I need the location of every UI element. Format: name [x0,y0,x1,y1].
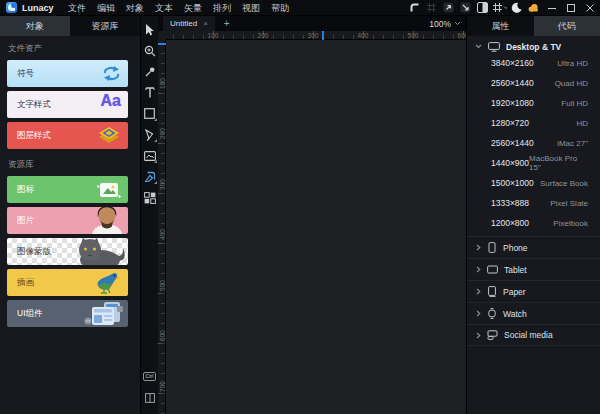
chevron-right-icon [476,266,481,273]
close-tab-icon[interactable]: × [203,19,208,28]
asset-card-photos[interactable]: 图片 [7,207,128,234]
section-phone[interactable]: Phone [467,236,600,258]
man-photo [84,207,128,234]
assets-panel: 文件资产 符号 文字样式 Aa 图层样式 [0,36,140,414]
file-assets-title: 文件资产 [8,43,140,55]
document-tabbar: Untitled × + 100% [158,16,466,31]
components-tool[interactable] [141,187,159,208]
h-ruler-label: 100 [204,31,222,40]
preset-row[interactable]: 3840×2160 Ultra HD [467,53,600,73]
asset-card-symbols[interactable]: 符号 [7,60,128,87]
zoom-to-fit-icon[interactable] [441,1,456,15]
document-tab[interactable]: Untitled × [163,16,215,31]
properties-panel: Desktop & TV 3840×2160 Ultra HD 2560×144… [466,36,600,414]
cloud-sync-icon[interactable] [526,1,541,15]
preset-row[interactable]: 2560×1440 iMac 27" [467,133,600,153]
image-placeholder-icon [97,181,121,203]
horizontal-ruler[interactable]: 100 200 300 400 500 600 [166,31,466,40]
pen-tool[interactable] [141,124,159,145]
ruler-corner [158,31,166,40]
dark-theme-moon-icon[interactable] [509,1,524,15]
preset-row[interactable]: 1280×720 HD [467,113,600,133]
preset-row[interactable]: 2560×1440 Quad HD [467,73,600,93]
image-tool[interactable] [141,145,159,166]
menu-edit[interactable]: 编辑 [92,0,121,16]
ruler-cursor-marker [322,31,324,40]
menu-help[interactable]: 帮助 [266,0,295,16]
canvas[interactable] [166,40,466,414]
chevron-right-icon [476,288,481,295]
chevron-right-icon [476,244,481,251]
ruler-cursor-marker [158,43,166,45]
tab-assets[interactable]: 资源库 [70,16,140,36]
preset-row[interactable]: 1920×1080 Full HD [467,93,600,113]
menubar: Lunacy 文件 编辑 对象 文本 矢量 排列 视图 帮助 [0,0,600,16]
left-panel-tabs: 对象 资源库 [0,16,140,36]
zoom-to-selection-icon[interactable] [458,1,473,15]
text-tool[interactable] [141,82,159,103]
new-tab-button[interactable]: + [224,16,230,31]
minimize-button[interactable] [543,1,560,15]
sync-arrows-icon [101,65,122,87]
h-ruler-label: 400 [354,31,372,40]
eyedropper-tool[interactable] [141,61,159,82]
vertical-ruler[interactable]: 100 200 300 400 500 600 700 [158,40,166,414]
rectangle-tool[interactable] [141,103,159,124]
asset-card-ui-kits[interactable]: UI组件 [7,300,128,327]
section-social-media[interactable]: Social media [467,324,600,346]
zoom-tool[interactable] [141,40,159,61]
section-paper[interactable]: Paper [467,280,600,302]
asset-card-layer-styles[interactable]: 图层样式 [7,122,128,149]
zoom-level-value: 100% [429,19,451,29]
contrast-view-icon[interactable] [475,1,490,15]
tab-objects[interactable]: 对象 [0,16,70,36]
zoom-level-control[interactable]: 100% [429,19,461,29]
right-panel-tabs: 属性 代码 [466,16,600,36]
artboard-tool[interactable] [141,166,159,187]
h-ruler-label: 300 [304,31,322,40]
menu-text[interactable]: 文本 [150,0,179,16]
maximize-button[interactable] [562,1,579,15]
pixel-grid-icon[interactable] [492,1,507,15]
bird-illustration [94,271,120,296]
asset-card-icons[interactable]: 图标 [7,176,128,203]
preset-row[interactable]: 1333×888 Pixel Slate [467,193,600,213]
library-title: 资源库 [8,159,140,171]
asset-card-image-masks[interactable]: 图像蒙版 [7,238,128,265]
paper-icon [487,286,497,297]
tablet-icon [487,265,498,274]
preset-row[interactable]: 1440×900 MacBook Pro 15" [467,153,600,173]
menu-file[interactable]: 文件 [63,0,92,16]
grid-faded-icon[interactable] [424,1,439,15]
section-desktop-tv[interactable]: Desktop & TV [467,40,600,53]
section-tablet[interactable]: Tablet [467,258,600,280]
cat-photo-on-transparency [70,238,128,265]
asset-card-text-styles[interactable]: 文字样式 Aa [7,91,128,118]
lunacy-window: Lunacy 文件 编辑 对象 文本 矢量 排列 视图 帮助 [0,0,600,414]
close-button[interactable] [581,1,598,15]
section-watch[interactable]: Watch [467,302,600,324]
menu-arrange[interactable]: 排列 [208,0,237,16]
shortcuts-ctrl-button[interactable]: Ctrl [141,366,159,387]
tool-strip: Ctrl [140,16,158,414]
watch-icon [487,308,497,319]
document-tab-title: Untitled [170,19,197,28]
tab-properties[interactable]: 属性 [467,16,534,36]
preset-row[interactable]: 1500×1000 Surface Book [467,173,600,193]
layout-columns-button[interactable] [141,387,159,408]
h-ruler-label: 500 [404,31,422,40]
asset-card-illustrations[interactable]: 插画 [7,269,128,296]
text-styles-preview: Aa [101,92,121,110]
menu-view[interactable]: 视图 [237,0,266,16]
layers-icon [98,126,120,149]
ctrl-key-icon: Ctrl [143,372,157,381]
menu-object[interactable]: 对象 [121,0,150,16]
preset-row[interactable]: 1200×800 Pixelbook [467,213,600,233]
tab-code[interactable]: 代码 [534,16,600,36]
menu-vector[interactable]: 矢量 [179,0,208,16]
ui-windows-illustration [84,301,124,327]
corner-radius-icon[interactable] [407,1,422,15]
chevron-right-icon [476,332,481,339]
section-label: Desktop & TV [506,42,561,52]
select-tool[interactable] [141,19,159,40]
